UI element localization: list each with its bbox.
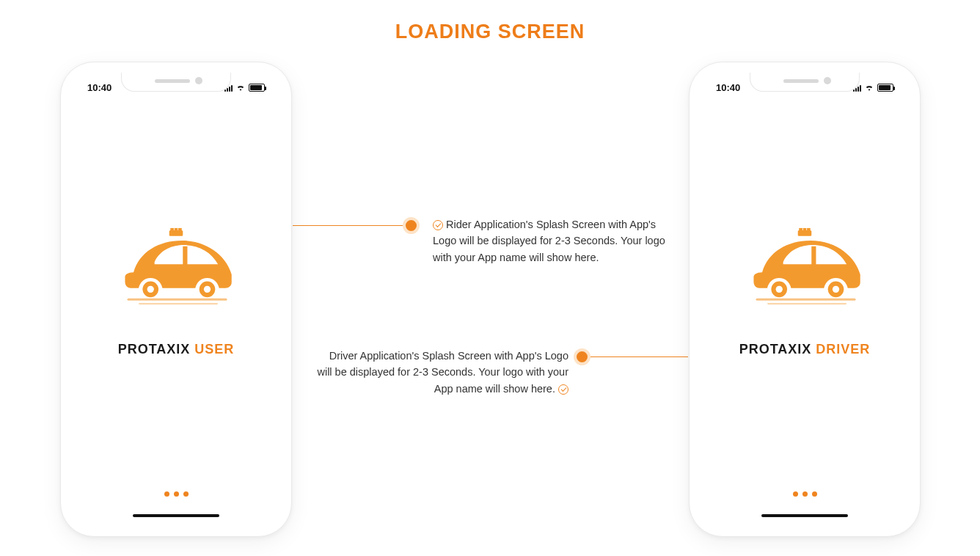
svg-rect-12	[803, 227, 807, 231]
loading-dots	[700, 491, 910, 497]
phone-user: 10:40	[60, 62, 292, 537]
notch	[750, 73, 860, 92]
home-indicator	[133, 514, 219, 517]
svg-rect-2	[175, 227, 178, 231]
svg-rect-11	[799, 227, 802, 231]
brand-role: USER	[194, 342, 234, 356]
svg-rect-18	[756, 298, 856, 300]
loading-dots	[71, 491, 281, 497]
callout-rider: Rider Application's Splash Screen with A…	[433, 216, 682, 266]
callout-rider-text: Rider Application's Splash Screen with A…	[433, 219, 665, 263]
callout-driver-text: Driver Application's Splash Screen with …	[317, 350, 568, 395]
page-title: LOADING SCREEN	[0, 21, 980, 43]
wifi-icon	[235, 84, 246, 91]
svg-rect-9	[139, 302, 218, 304]
brand-user: PROTAXIX USER	[118, 342, 235, 357]
svg-rect-13	[807, 227, 811, 231]
status-right	[224, 84, 265, 92]
callout-marker-rider	[403, 217, 420, 234]
callout-line-rider	[293, 225, 403, 226]
battery-icon	[249, 84, 265, 92]
svg-rect-8	[128, 298, 227, 300]
home-indicator	[761, 514, 848, 517]
callout-marker-driver	[574, 348, 590, 365]
svg-point-6	[147, 285, 154, 292]
svg-rect-19	[767, 302, 846, 304]
phone-driver: 10:40	[689, 62, 921, 537]
svg-point-17	[833, 285, 839, 292]
status-time: 10:40	[87, 82, 111, 93]
svg-point-7	[204, 285, 211, 292]
brand-name: PROTAXIX	[118, 342, 191, 356]
battery-icon	[877, 84, 893, 92]
taxi-icon	[742, 227, 867, 308]
splash-user: PROTAXIX USER	[71, 73, 281, 526]
callout-line-driver	[590, 356, 688, 357]
status-time: 10:40	[716, 82, 740, 93]
svg-rect-1	[170, 227, 174, 231]
splash-driver: PROTAXIX DRIVER	[700, 73, 910, 526]
check-icon	[558, 384, 568, 395]
check-icon	[433, 220, 443, 230]
status-right	[853, 84, 893, 92]
notch	[121, 73, 231, 92]
phone-user-screen: 10:40	[71, 73, 281, 526]
brand-name: PROTAXIX	[739, 342, 812, 356]
taxi-icon	[114, 227, 238, 308]
brand-role: DRIVER	[816, 342, 870, 356]
svg-rect-3	[178, 227, 182, 231]
phone-driver-screen: 10:40	[700, 73, 910, 526]
callout-driver: Driver Application's Splash Screen with …	[312, 348, 568, 397]
svg-point-16	[776, 285, 783, 292]
brand-driver: PROTAXIX DRIVER	[739, 342, 871, 357]
wifi-icon	[864, 84, 874, 91]
